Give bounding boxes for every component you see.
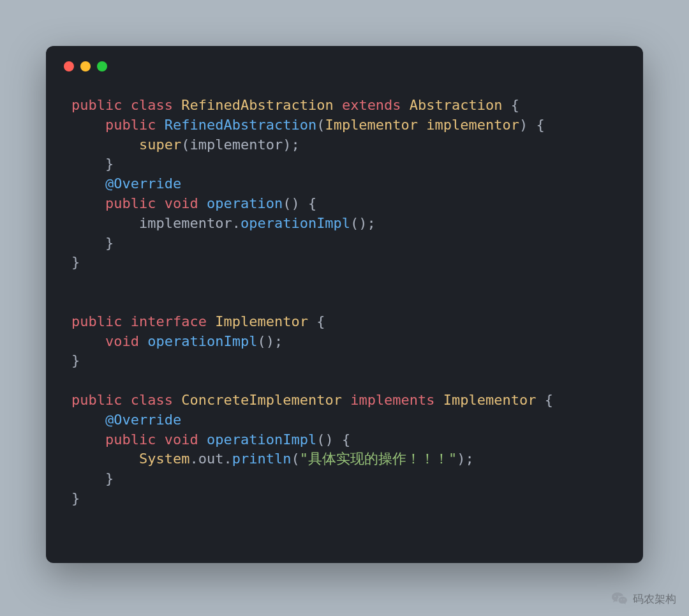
dot: . <box>223 451 232 467</box>
identifier: System <box>139 451 189 467</box>
annotation: @Override <box>105 412 181 428</box>
keyword: public <box>71 313 122 329</box>
paren: ( <box>316 117 325 133</box>
class-name: RefinedAbstraction <box>181 97 333 113</box>
keyword: void <box>165 195 198 211</box>
paren: (); <box>350 215 376 231</box>
method: operation <box>207 195 283 211</box>
keyword: implements <box>350 392 434 408</box>
brace: } <box>105 156 114 172</box>
keyword: class <box>131 97 173 113</box>
identifier: out <box>198 451 224 467</box>
brace: } <box>105 235 114 251</box>
brace: { <box>316 313 325 329</box>
zoom-icon[interactable] <box>97 61 107 71</box>
brace: } <box>71 254 80 270</box>
paren: ( <box>181 137 189 153</box>
wechat-icon <box>611 590 628 607</box>
keyword: void <box>165 432 198 447</box>
interface-name: Implementor <box>443 392 537 408</box>
dot: . <box>232 215 241 231</box>
watermark-text: 码农架构 <box>633 592 676 606</box>
identifier: implementor <box>189 137 283 153</box>
paren: ( <box>291 451 299 467</box>
annotation: @Override <box>105 176 181 192</box>
string-literal: "具体实现的操作！！！" <box>300 451 457 467</box>
method: operationImpl <box>207 432 316 447</box>
keyword: class <box>131 392 173 408</box>
keyword: public <box>105 432 156 447</box>
param: implementor <box>426 117 519 133</box>
keyword: public <box>105 195 156 211</box>
brace: { <box>537 117 545 133</box>
type: Implementor <box>325 117 418 133</box>
brace: } <box>71 352 80 368</box>
keyword: public <box>105 117 156 133</box>
dot: . <box>189 451 198 467</box>
paren: ) <box>519 117 528 133</box>
keyword: public <box>71 97 122 113</box>
brace: { <box>342 432 350 447</box>
code-block: public class RefinedAbstraction extends … <box>46 83 643 528</box>
brace: { <box>511 97 519 113</box>
window-traffic-lights <box>46 61 643 83</box>
keyword: super <box>139 137 181 153</box>
class-name: ConcreteImplementor <box>181 392 342 408</box>
keyword: interface <box>131 313 207 329</box>
code-window: public class RefinedAbstraction extends … <box>46 46 643 563</box>
paren: ); <box>283 137 300 153</box>
method: operationImpl <box>241 215 350 231</box>
brace: } <box>71 490 80 506</box>
interface-name: Implementor <box>215 313 308 329</box>
brace: { <box>308 195 316 211</box>
brace: } <box>105 470 114 486</box>
paren: () <box>316 432 334 447</box>
paren: (); <box>257 333 283 349</box>
keyword: public <box>71 392 122 408</box>
watermark: 码农架构 <box>611 590 676 607</box>
paren: () <box>283 195 300 211</box>
class-name: Abstraction <box>410 97 503 113</box>
method: operationImpl <box>147 333 257 349</box>
paren: ); <box>457 451 474 467</box>
close-icon[interactable] <box>64 61 74 71</box>
identifier: implementor <box>139 215 232 231</box>
brace: { <box>545 392 553 408</box>
minimize-icon[interactable] <box>80 61 91 71</box>
constructor: RefinedAbstraction <box>165 117 316 133</box>
method: println <box>232 451 292 467</box>
keyword: extends <box>342 97 401 113</box>
keyword: void <box>105 333 139 349</box>
